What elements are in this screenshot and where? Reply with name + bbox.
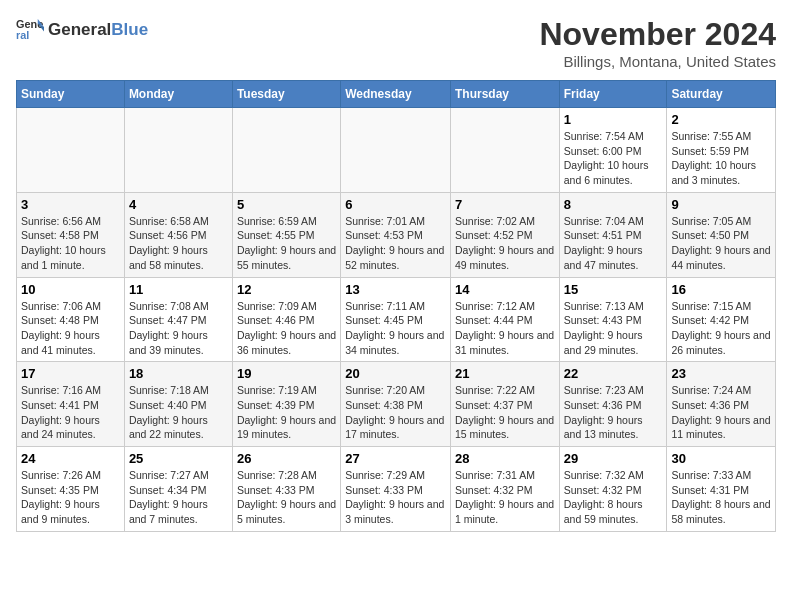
day-number: 25 xyxy=(129,451,228,466)
svg-text:ral: ral xyxy=(16,29,29,41)
day-number: 20 xyxy=(345,366,446,381)
calendar-day-cell: 1Sunrise: 7:54 AM Sunset: 6:00 PM Daylig… xyxy=(559,108,667,193)
calendar-day-cell: 6Sunrise: 7:01 AM Sunset: 4:53 PM Daylig… xyxy=(341,192,451,277)
calendar-week-row: 24Sunrise: 7:26 AM Sunset: 4:35 PM Dayli… xyxy=(17,447,776,532)
day-info: Sunrise: 7:13 AM Sunset: 4:43 PM Dayligh… xyxy=(564,299,663,358)
calendar-day-cell: 26Sunrise: 7:28 AM Sunset: 4:33 PM Dayli… xyxy=(232,447,340,532)
day-info: Sunrise: 7:12 AM Sunset: 4:44 PM Dayligh… xyxy=(455,299,555,358)
calendar-weekday-header: Saturday xyxy=(667,81,776,108)
day-info: Sunrise: 7:32 AM Sunset: 4:32 PM Dayligh… xyxy=(564,468,663,527)
calendar-day-cell: 11Sunrise: 7:08 AM Sunset: 4:47 PM Dayli… xyxy=(124,277,232,362)
day-info: Sunrise: 7:28 AM Sunset: 4:33 PM Dayligh… xyxy=(237,468,336,527)
day-number: 9 xyxy=(671,197,771,212)
calendar-day-cell: 8Sunrise: 7:04 AM Sunset: 4:51 PM Daylig… xyxy=(559,192,667,277)
calendar-day-cell xyxy=(450,108,559,193)
location-title: Billings, Montana, United States xyxy=(539,53,776,70)
day-number: 28 xyxy=(455,451,555,466)
calendar-day-cell: 10Sunrise: 7:06 AM Sunset: 4:48 PM Dayli… xyxy=(17,277,125,362)
calendar-weekday-header: Friday xyxy=(559,81,667,108)
day-info: Sunrise: 7:24 AM Sunset: 4:36 PM Dayligh… xyxy=(671,383,771,442)
calendar-day-cell: 25Sunrise: 7:27 AM Sunset: 4:34 PM Dayli… xyxy=(124,447,232,532)
day-info: Sunrise: 7:11 AM Sunset: 4:45 PM Dayligh… xyxy=(345,299,446,358)
day-info: Sunrise: 7:01 AM Sunset: 4:53 PM Dayligh… xyxy=(345,214,446,273)
day-number: 23 xyxy=(671,366,771,381)
calendar-day-cell: 29Sunrise: 7:32 AM Sunset: 4:32 PM Dayli… xyxy=(559,447,667,532)
calendar-day-cell: 27Sunrise: 7:29 AM Sunset: 4:33 PM Dayli… xyxy=(341,447,451,532)
day-info: Sunrise: 7:18 AM Sunset: 4:40 PM Dayligh… xyxy=(129,383,228,442)
day-number: 5 xyxy=(237,197,336,212)
day-info: Sunrise: 6:59 AM Sunset: 4:55 PM Dayligh… xyxy=(237,214,336,273)
calendar-day-cell: 23Sunrise: 7:24 AM Sunset: 4:36 PM Dayli… xyxy=(667,362,776,447)
calendar-week-row: 10Sunrise: 7:06 AM Sunset: 4:48 PM Dayli… xyxy=(17,277,776,362)
calendar-weekday-header: Tuesday xyxy=(232,81,340,108)
calendar-day-cell: 17Sunrise: 7:16 AM Sunset: 4:41 PM Dayli… xyxy=(17,362,125,447)
calendar-day-cell: 4Sunrise: 6:58 AM Sunset: 4:56 PM Daylig… xyxy=(124,192,232,277)
calendar-day-cell: 28Sunrise: 7:31 AM Sunset: 4:32 PM Dayli… xyxy=(450,447,559,532)
day-number: 16 xyxy=(671,282,771,297)
calendar-day-cell: 15Sunrise: 7:13 AM Sunset: 4:43 PM Dayli… xyxy=(559,277,667,362)
calendar-weekday-header: Wednesday xyxy=(341,81,451,108)
calendar-day-cell: 13Sunrise: 7:11 AM Sunset: 4:45 PM Dayli… xyxy=(341,277,451,362)
day-number: 15 xyxy=(564,282,663,297)
day-info: Sunrise: 7:16 AM Sunset: 4:41 PM Dayligh… xyxy=(21,383,120,442)
day-info: Sunrise: 7:06 AM Sunset: 4:48 PM Dayligh… xyxy=(21,299,120,358)
calendar-day-cell: 30Sunrise: 7:33 AM Sunset: 4:31 PM Dayli… xyxy=(667,447,776,532)
calendar-day-cell xyxy=(17,108,125,193)
day-info: Sunrise: 7:54 AM Sunset: 6:00 PM Dayligh… xyxy=(564,129,663,188)
day-number: 10 xyxy=(21,282,120,297)
day-number: 1 xyxy=(564,112,663,127)
day-info: Sunrise: 7:20 AM Sunset: 4:38 PM Dayligh… xyxy=(345,383,446,442)
day-number: 22 xyxy=(564,366,663,381)
calendar-day-cell: 21Sunrise: 7:22 AM Sunset: 4:37 PM Dayli… xyxy=(450,362,559,447)
day-number: 24 xyxy=(21,451,120,466)
calendar-week-row: 1Sunrise: 7:54 AM Sunset: 6:00 PM Daylig… xyxy=(17,108,776,193)
day-number: 6 xyxy=(345,197,446,212)
calendar-day-cell: 22Sunrise: 7:23 AM Sunset: 4:36 PM Dayli… xyxy=(559,362,667,447)
day-info: Sunrise: 7:31 AM Sunset: 4:32 PM Dayligh… xyxy=(455,468,555,527)
calendar-body: 1Sunrise: 7:54 AM Sunset: 6:00 PM Daylig… xyxy=(17,108,776,532)
day-info: Sunrise: 6:58 AM Sunset: 4:56 PM Dayligh… xyxy=(129,214,228,273)
day-info: Sunrise: 7:22 AM Sunset: 4:37 PM Dayligh… xyxy=(455,383,555,442)
logo: Gene ral GeneralBlue xyxy=(16,16,148,44)
calendar-day-cell xyxy=(232,108,340,193)
header: Gene ral GeneralBlue November 2024 Billi… xyxy=(16,16,776,70)
calendar-weekday-header: Monday xyxy=(124,81,232,108)
calendar-table: SundayMondayTuesdayWednesdayThursdayFrid… xyxy=(16,80,776,532)
calendar-day-cell: 24Sunrise: 7:26 AM Sunset: 4:35 PM Dayli… xyxy=(17,447,125,532)
day-info: Sunrise: 7:02 AM Sunset: 4:52 PM Dayligh… xyxy=(455,214,555,273)
calendar-day-cell: 3Sunrise: 6:56 AM Sunset: 4:58 PM Daylig… xyxy=(17,192,125,277)
calendar-day-cell: 7Sunrise: 7:02 AM Sunset: 4:52 PM Daylig… xyxy=(450,192,559,277)
day-info: Sunrise: 6:56 AM Sunset: 4:58 PM Dayligh… xyxy=(21,214,120,273)
calendar-day-cell xyxy=(341,108,451,193)
day-info: Sunrise: 7:09 AM Sunset: 4:46 PM Dayligh… xyxy=(237,299,336,358)
day-number: 7 xyxy=(455,197,555,212)
day-info: Sunrise: 7:15 AM Sunset: 4:42 PM Dayligh… xyxy=(671,299,771,358)
day-number: 2 xyxy=(671,112,771,127)
calendar-day-cell: 18Sunrise: 7:18 AM Sunset: 4:40 PM Dayli… xyxy=(124,362,232,447)
day-info: Sunrise: 7:05 AM Sunset: 4:50 PM Dayligh… xyxy=(671,214,771,273)
day-number: 8 xyxy=(564,197,663,212)
calendar-day-cell: 14Sunrise: 7:12 AM Sunset: 4:44 PM Dayli… xyxy=(450,277,559,362)
day-number: 27 xyxy=(345,451,446,466)
day-info: Sunrise: 7:55 AM Sunset: 5:59 PM Dayligh… xyxy=(671,129,771,188)
day-number: 13 xyxy=(345,282,446,297)
calendar-weekday-header: Sunday xyxy=(17,81,125,108)
calendar-week-row: 3Sunrise: 6:56 AM Sunset: 4:58 PM Daylig… xyxy=(17,192,776,277)
day-number: 18 xyxy=(129,366,228,381)
logo-text: GeneralBlue xyxy=(48,20,148,40)
day-number: 14 xyxy=(455,282,555,297)
day-number: 21 xyxy=(455,366,555,381)
month-title: November 2024 xyxy=(539,16,776,53)
day-info: Sunrise: 7:19 AM Sunset: 4:39 PM Dayligh… xyxy=(237,383,336,442)
calendar-day-cell: 2Sunrise: 7:55 AM Sunset: 5:59 PM Daylig… xyxy=(667,108,776,193)
logo-line2: Blue xyxy=(111,20,148,39)
day-number: 4 xyxy=(129,197,228,212)
day-number: 29 xyxy=(564,451,663,466)
day-info: Sunrise: 7:29 AM Sunset: 4:33 PM Dayligh… xyxy=(345,468,446,527)
calendar-weekday-header: Thursday xyxy=(450,81,559,108)
day-info: Sunrise: 7:27 AM Sunset: 4:34 PM Dayligh… xyxy=(129,468,228,527)
calendar-day-cell xyxy=(124,108,232,193)
day-number: 11 xyxy=(129,282,228,297)
day-info: Sunrise: 7:04 AM Sunset: 4:51 PM Dayligh… xyxy=(564,214,663,273)
calendar-day-cell: 9Sunrise: 7:05 AM Sunset: 4:50 PM Daylig… xyxy=(667,192,776,277)
